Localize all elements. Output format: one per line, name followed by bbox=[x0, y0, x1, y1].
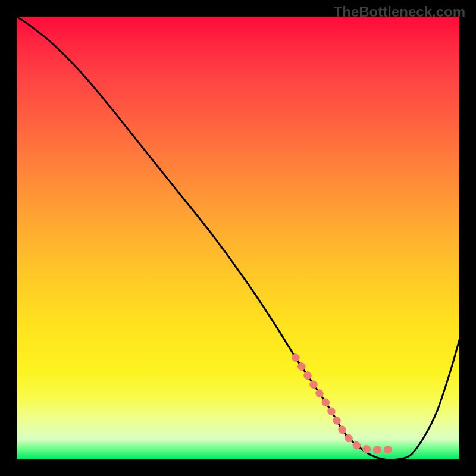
plot-area bbox=[17, 17, 459, 459]
bottleneck-gradient-background bbox=[17, 17, 459, 459]
bottleneck-chart-image: TheBottleneck.com bbox=[0, 0, 476, 476]
